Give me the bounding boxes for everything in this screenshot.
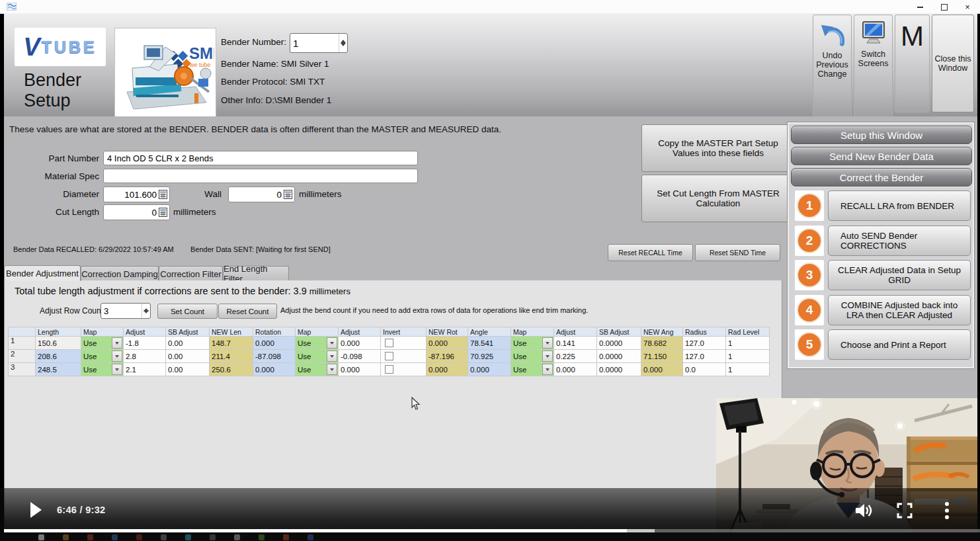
invert-checkbox[interactable] bbox=[385, 352, 393, 360]
cell-rad-level[interactable]: 1 bbox=[726, 350, 769, 362]
cut-length-input[interactable] bbox=[103, 204, 170, 220]
cell-new-ang[interactable]: 71.150 bbox=[641, 350, 682, 362]
set-cut-length-button[interactable]: Set Cut Length From MASTER Calculation bbox=[641, 175, 795, 222]
adjust-row-count-input[interactable] bbox=[101, 304, 142, 318]
cell-length[interactable]: 208.6 bbox=[36, 350, 81, 362]
tab-correction-filter[interactable]: Correction Filter bbox=[159, 266, 223, 281]
correct-the-bender-button[interactable]: Correct the Bender bbox=[791, 168, 972, 187]
cell-map-dropdown[interactable]: Use bbox=[81, 337, 123, 349]
cell-new-ang[interactable]: 0.000 bbox=[641, 363, 682, 376]
cell-adjust[interactable]: 0.000 bbox=[339, 337, 380, 349]
cell-adjust[interactable]: 2.1 bbox=[124, 363, 165, 376]
reset-send-time-button[interactable]: Reset SEND Time bbox=[695, 244, 780, 261]
dropdown-arrow-icon[interactable] bbox=[542, 364, 553, 375]
setup-this-window-button[interactable]: Setup this Window bbox=[791, 126, 972, 144]
cell-angle[interactable]: 70.925 bbox=[468, 350, 510, 362]
part-number-input[interactable] bbox=[103, 151, 418, 165]
cell-rotation[interactable]: -87.098 bbox=[253, 350, 295, 362]
cell-rad-level[interactable]: 1 bbox=[726, 337, 769, 349]
window-maximize-button[interactable] bbox=[936, 2, 953, 12]
cell-sb-adjust[interactable]: 0.00 bbox=[166, 350, 209, 362]
adjust-row-count-spinner[interactable] bbox=[101, 303, 151, 319]
dropdown-arrow-icon[interactable] bbox=[542, 337, 553, 349]
cell-new-ang[interactable]: 78.682 bbox=[641, 337, 682, 349]
invert-checkbox[interactable] bbox=[385, 365, 393, 374]
reset-count-button[interactable]: Reset Count bbox=[218, 304, 277, 319]
cell-map-dropdown[interactable]: Use bbox=[296, 350, 338, 362]
progress-bar-remaining[interactable] bbox=[655, 529, 980, 532]
wall-value[interactable] bbox=[229, 190, 284, 200]
cell-map-dropdown[interactable]: Use bbox=[81, 363, 123, 376]
progress-bar-buffered[interactable] bbox=[627, 529, 655, 532]
cut-length-value[interactable] bbox=[104, 208, 159, 218]
diameter-value[interactable] bbox=[104, 190, 159, 200]
tab-end-length-filter[interactable]: End Length Filter bbox=[223, 266, 289, 281]
cell-sb-adjust[interactable]: 0.0000 bbox=[597, 337, 641, 349]
dropdown-arrow-icon[interactable] bbox=[327, 337, 337, 349]
tab-bender-adjustment[interactable]: Bender Adjustment bbox=[4, 265, 81, 281]
bender-number-input[interactable] bbox=[290, 34, 339, 52]
cell-map-dropdown[interactable]: Use bbox=[296, 363, 338, 376]
wall-input[interactable] bbox=[228, 187, 295, 202]
cell-new-len[interactable]: 148.7 bbox=[210, 337, 253, 349]
clear-adjusted-data-button[interactable]: CLEAR Adjusted Data in Setup GRID bbox=[828, 260, 971, 290]
dropdown-arrow-icon[interactable] bbox=[112, 337, 122, 349]
cell-map-dropdown[interactable]: Use bbox=[511, 363, 553, 376]
cell-map-dropdown[interactable]: Use bbox=[296, 337, 338, 349]
cell-adjust[interactable]: 0.225 bbox=[554, 350, 596, 362]
play-button[interactable] bbox=[30, 502, 42, 518]
cell-new-rot[interactable]: 0.000 bbox=[427, 337, 468, 349]
dropdown-arrow-icon[interactable] bbox=[327, 351, 337, 362]
invert-checkbox[interactable] bbox=[385, 339, 393, 347]
cell-length[interactable]: 150.6 bbox=[36, 337, 81, 349]
calculator-grid-icon[interactable] bbox=[284, 190, 292, 199]
cell-sb-adjust[interactable]: 0.0000 bbox=[597, 350, 641, 362]
cell-sb-adjust[interactable]: 0.0000 bbox=[597, 363, 641, 376]
recall-lra-button[interactable]: RECALL LRA from BENDER bbox=[828, 190, 971, 221]
window-close-button[interactable]: × bbox=[959, 2, 976, 12]
auto-send-corrections-button[interactable]: Auto SEND Bender CORRECTIONS bbox=[828, 226, 971, 256]
cell-map-dropdown[interactable]: Use bbox=[511, 350, 553, 362]
switch-screens-button[interactable]: Switch Screens bbox=[854, 15, 893, 118]
cell-angle[interactable]: 78.541 bbox=[468, 337, 510, 349]
cell-adjust[interactable]: -1.8 bbox=[124, 337, 165, 349]
cell-length[interactable]: 248.5 bbox=[36, 363, 81, 376]
cell-new-len[interactable]: 211.4 bbox=[210, 350, 253, 362]
send-new-bender-data-button[interactable]: Send New Bender Data bbox=[791, 147, 972, 165]
cell-sb-adjust[interactable]: 0.00 bbox=[166, 363, 209, 376]
cell-invert[interactable] bbox=[381, 363, 426, 376]
cell-new-rot[interactable]: -87.196 bbox=[427, 350, 468, 362]
print-report-button[interactable]: Choose and Print a Report bbox=[828, 329, 971, 360]
bender-number-arrows[interactable] bbox=[339, 34, 347, 52]
cell-radius[interactable]: 0.0 bbox=[683, 363, 725, 376]
cell-angle[interactable]: 0.000 bbox=[468, 363, 510, 376]
dropdown-arrow-icon[interactable] bbox=[112, 364, 122, 375]
close-this-window-button[interactable]: Close this Window bbox=[932, 15, 974, 112]
cell-radius[interactable]: 127.0 bbox=[683, 350, 725, 362]
row-count-arrows[interactable] bbox=[142, 304, 150, 318]
cell-adjust[interactable]: 0.141 bbox=[554, 337, 596, 349]
cell-sb-adjust[interactable]: 0.00 bbox=[166, 337, 209, 349]
more-options-button[interactable] bbox=[944, 501, 950, 520]
copy-master-values-button[interactable]: Copy the MASTER Part Setup Values into t… bbox=[641, 124, 795, 172]
fullscreen-button[interactable] bbox=[897, 503, 913, 519]
reset-recall-time-button[interactable]: Reset RECALL Time bbox=[608, 244, 693, 261]
combine-adjusted-button[interactable]: COMBINE Adjusted back into LRA then CLEA… bbox=[828, 295, 971, 325]
cell-adjust[interactable]: 0.000 bbox=[554, 363, 596, 376]
cell-map-dropdown[interactable]: Use bbox=[511, 337, 553, 349]
dropdown-arrow-icon[interactable] bbox=[542, 351, 553, 362]
cell-new-rot[interactable]: 0.000 bbox=[427, 363, 468, 376]
material-spec-input[interactable] bbox=[103, 169, 418, 183]
cell-radius[interactable]: 127.0 bbox=[683, 337, 725, 349]
cell-rotation[interactable]: 0.000 bbox=[253, 337, 295, 349]
tab-correction-damping[interactable]: Correction Damping bbox=[81, 266, 159, 281]
undo-previous-change-button[interactable]: Undo Previous Change bbox=[813, 15, 852, 118]
cell-new-len[interactable]: 250.6 bbox=[210, 363, 253, 376]
cell-invert[interactable] bbox=[381, 350, 426, 362]
dropdown-arrow-icon[interactable] bbox=[112, 351, 122, 362]
dropdown-arrow-icon[interactable] bbox=[327, 364, 337, 375]
cell-map-dropdown[interactable]: Use bbox=[81, 350, 123, 362]
calculator-grid-icon[interactable] bbox=[159, 208, 167, 217]
window-minimize-button[interactable] bbox=[911, 2, 928, 12]
bender-number-spinner[interactable] bbox=[290, 33, 348, 53]
